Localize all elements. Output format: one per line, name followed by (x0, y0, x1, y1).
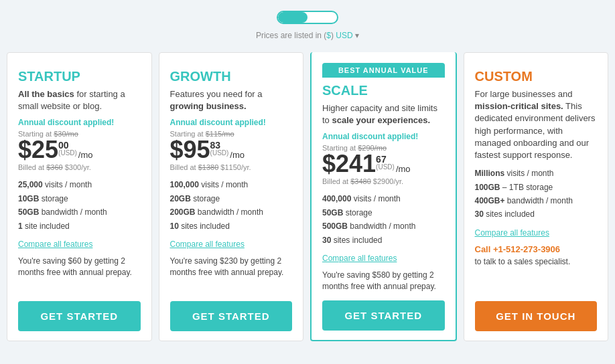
price-main-startup: $25 (18, 138, 58, 162)
price-cents-startup: 00 (58, 141, 77, 150)
custom-phone-desc: to talk to a sales specialist. (475, 257, 598, 266)
compare-link-startup[interactable]: Compare all features (18, 240, 141, 249)
price-row-startup: $25 00 (USD) /mo (18, 138, 141, 162)
feature-item: 1 site included (18, 219, 141, 233)
savings-note-startup: You're saving $60 by getting 2 months fr… (18, 256, 141, 278)
billed-at-startup: Billed at $360 $300/yr. (18, 163, 141, 171)
price-usd-growth: (USD) (210, 150, 229, 157)
cta-button-custom[interactable]: GET IN TOUCH (475, 301, 598, 331)
feature-item: 50GB storage (322, 206, 445, 219)
feature-item: 500GB bandwidth / month (322, 219, 445, 233)
feature-item: 400GB+ bandwidth / month (475, 194, 598, 207)
billed-at-scale: Billed at $3480 $2900/yr. (322, 177, 445, 185)
plan-card-growth: GROWTHFeatures you need for a growing bu… (159, 52, 304, 341)
best-value-banner: BEST ANNUAL VALUE (322, 63, 445, 78)
price-cents-unit-startup: 00 (USD) (58, 141, 77, 157)
features-list-startup: 25,000 visits / month10GB storage50GB ba… (18, 178, 141, 233)
plan-card-scale: BEST ANNUAL VALUESCALEHigher capacity an… (310, 52, 457, 341)
currency-note: Prices are listed in ($) USD ▾ (256, 31, 359, 40)
price-per-scale: /mo (396, 164, 411, 174)
price-usd-scale: (USD) (376, 164, 395, 171)
pricing-cards: STARTUPAll the basics for starting a sma… (7, 52, 608, 341)
compare-link-scale[interactable]: Compare all features (322, 254, 445, 263)
feature-item: 50GB bandwidth / month (18, 205, 141, 219)
discount-label-startup: Annual discount applied! (18, 118, 141, 127)
custom-phone[interactable]: Call +1-512-273-3906 (475, 244, 598, 254)
features-list-custom: Millions visits / month100GB – 1TB stora… (475, 167, 598, 221)
price-row-scale: $241 67 (USD) /mo (322, 152, 445, 176)
billing-toggle[interactable] (277, 11, 338, 24)
feature-item: 20GB storage (170, 192, 293, 205)
plan-desc-growth: Features you need for a growing business… (170, 88, 293, 112)
price-cents-scale: 67 (376, 155, 395, 164)
feature-item: 100GB – 1TB storage (475, 181, 598, 194)
pay-annually-button[interactable] (278, 12, 308, 23)
price-main-growth: $95 (170, 138, 210, 162)
plan-name-custom: CUSTOM (475, 69, 598, 84)
savings-note-scale: You're saving $580 by getting 2 months f… (322, 270, 445, 292)
currency-code-link[interactable]: USD (336, 31, 352, 40)
price-per-startup: /mo (78, 150, 93, 160)
compare-link-growth[interactable]: Compare all features (170, 240, 293, 249)
price-cents-unit-growth: 83 (USD) (210, 141, 229, 157)
feature-item: Millions visits / month (475, 167, 598, 180)
feature-item: 10GB storage (18, 192, 141, 205)
plan-name-scale: SCALE (322, 83, 445, 98)
feature-item: 10 sites included (170, 219, 293, 233)
feature-item: 200GB bandwidth / month (170, 205, 293, 219)
cta-button-growth[interactable]: GET STARTED (170, 301, 293, 331)
pay-monthly-button[interactable] (308, 12, 337, 23)
features-list-growth: 100,000 visits / month20GB storage200GB … (170, 178, 293, 233)
plan-name-growth: GROWTH (170, 69, 293, 84)
cta-button-scale[interactable]: GET STARTED (322, 300, 445, 331)
savings-note-growth: You're saving $230 by getting 2 months f… (170, 256, 293, 278)
feature-item: 100,000 visits / month (170, 178, 293, 191)
price-cents-unit-scale: 67 (USD) (376, 155, 395, 171)
feature-item: 400,000 visits / month (322, 192, 445, 205)
feature-item: 30 sites included (475, 207, 598, 221)
price-usd-startup: (USD) (58, 150, 77, 157)
plan-desc-startup: All the basics for starting a small webs… (18, 88, 141, 112)
compare-link-custom[interactable]: Compare all features (475, 228, 598, 238)
discount-label-growth: Annual discount applied! (170, 118, 293, 127)
plan-card-custom: CUSTOMFor large businesses and mission-c… (464, 52, 609, 341)
plan-name-startup: STARTUP (18, 69, 141, 84)
features-list-scale: 400,000 visits / month50GB storage500GB … (322, 192, 445, 247)
feature-item: 30 sites included (322, 234, 445, 247)
currency-link[interactable]: $ (326, 31, 331, 40)
plan-desc-scale: Higher capacity and site limits to scale… (322, 102, 445, 126)
plan-card-startup: STARTUPAll the basics for starting a sma… (7, 52, 152, 341)
price-per-growth: /mo (230, 150, 245, 160)
feature-item: 25,000 visits / month (18, 178, 141, 191)
cta-button-startup[interactable]: GET STARTED (18, 301, 141, 331)
price-row-growth: $95 83 (USD) /mo (170, 138, 293, 162)
price-main-scale: $241 (322, 152, 376, 176)
discount-label-scale: Annual discount applied! (322, 132, 445, 141)
plan-desc-custom: For large businesses and mission-critica… (475, 88, 598, 161)
price-cents-growth: 83 (210, 141, 229, 150)
billed-at-growth: Billed at $1380 $1150/yr. (170, 163, 293, 171)
